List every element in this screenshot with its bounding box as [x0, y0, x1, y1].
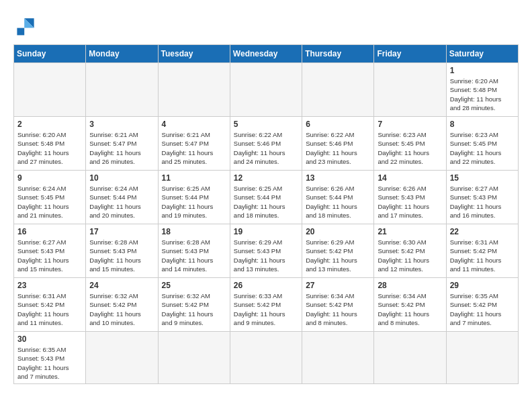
- day-info: Sunrise: 6:23 AM Sunset: 5:45 PM Dayligh…: [450, 130, 515, 166]
- day-number: 21: [378, 227, 442, 236]
- calendar-cell: 17Sunrise: 6:28 AM Sunset: 5:43 PM Dayli…: [86, 224, 158, 278]
- calendar-cell: 2Sunrise: 6:20 AM Sunset: 5:48 PM Daylig…: [14, 117, 86, 171]
- calendar-cell: 21Sunrise: 6:30 AM Sunset: 5:42 PM Dayli…: [374, 224, 446, 278]
- day-header-wednesday: Wednesday: [230, 45, 302, 63]
- week-row-5: 23Sunrise: 6:31 AM Sunset: 5:42 PM Dayli…: [14, 278, 519, 332]
- day-number: 26: [234, 281, 298, 290]
- day-info: Sunrise: 6:34 AM Sunset: 5:42 PM Dayligh…: [306, 291, 370, 327]
- calendar-cell: 23Sunrise: 6:31 AM Sunset: 5:42 PM Dayli…: [14, 278, 86, 332]
- day-number: 20: [306, 227, 370, 236]
- day-number: 28: [378, 281, 442, 290]
- calendar-cell: [302, 63, 374, 117]
- day-info: Sunrise: 6:27 AM Sunset: 5:43 PM Dayligh…: [450, 184, 515, 220]
- day-info: Sunrise: 6:27 AM Sunset: 5:43 PM Dayligh…: [17, 238, 82, 273]
- calendar-table: SundayMondayTuesdayWednesdayThursdayFrid…: [13, 44, 519, 384]
- day-info: Sunrise: 6:21 AM Sunset: 5:47 PM Dayligh…: [162, 130, 226, 166]
- day-info: Sunrise: 6:29 AM Sunset: 5:43 PM Dayligh…: [234, 238, 298, 273]
- day-info: Sunrise: 6:30 AM Sunset: 5:42 PM Dayligh…: [378, 238, 442, 273]
- day-number: 27: [306, 281, 370, 290]
- day-number: 8: [450, 120, 515, 129]
- day-number: 19: [234, 227, 298, 236]
- day-header-thursday: Thursday: [302, 45, 374, 63]
- day-number: 9: [17, 173, 82, 183]
- day-info: Sunrise: 6:24 AM Sunset: 5:44 PM Dayligh…: [89, 184, 154, 220]
- calendar-cell: 9Sunrise: 6:24 AM Sunset: 5:45 PM Daylig…: [14, 171, 86, 224]
- week-row-6: 30Sunrise: 6:35 AM Sunset: 5:43 PM Dayli…: [14, 332, 519, 384]
- calendar-cell: [374, 332, 446, 384]
- day-number: 12: [234, 173, 298, 183]
- day-number: 13: [306, 173, 370, 183]
- day-info: Sunrise: 6:28 AM Sunset: 5:43 PM Dayligh…: [89, 238, 154, 273]
- calendar-cell: [86, 332, 158, 384]
- day-info: Sunrise: 6:28 AM Sunset: 5:43 PM Dayligh…: [162, 238, 226, 273]
- svg-rect-2: [17, 28, 24, 36]
- day-info: Sunrise: 6:26 AM Sunset: 5:43 PM Dayligh…: [378, 184, 442, 220]
- calendar-cell: 30Sunrise: 6:35 AM Sunset: 5:43 PM Dayli…: [14, 332, 86, 384]
- day-number: 2: [17, 120, 82, 129]
- calendar-cell: 3Sunrise: 6:21 AM Sunset: 5:47 PM Daylig…: [86, 117, 158, 171]
- day-number: 7: [378, 120, 442, 129]
- calendar-cell: [374, 63, 446, 117]
- day-number: 17: [89, 227, 154, 236]
- day-number: 23: [17, 281, 82, 290]
- day-header-saturday: Saturday: [446, 45, 518, 63]
- day-info: Sunrise: 6:32 AM Sunset: 5:42 PM Dayligh…: [89, 291, 154, 327]
- calendar-cell: [302, 332, 374, 384]
- day-number: 5: [234, 120, 298, 129]
- day-info: Sunrise: 6:35 AM Sunset: 5:42 PM Dayligh…: [450, 291, 515, 327]
- day-number: 11: [162, 173, 226, 183]
- day-number: 29: [450, 281, 515, 290]
- calendar-cell: 28Sunrise: 6:34 AM Sunset: 5:42 PM Dayli…: [374, 278, 446, 332]
- calendar-cell: 7Sunrise: 6:23 AM Sunset: 5:45 PM Daylig…: [374, 117, 446, 171]
- calendar-cell: [158, 332, 230, 384]
- page-header: [13, 13, 519, 38]
- calendar-cell: 5Sunrise: 6:22 AM Sunset: 5:46 PM Daylig…: [230, 117, 302, 171]
- calendar-cell: 15Sunrise: 6:27 AM Sunset: 5:43 PM Dayli…: [446, 171, 518, 224]
- day-info: Sunrise: 6:31 AM Sunset: 5:42 PM Dayligh…: [17, 291, 82, 327]
- week-row-3: 9Sunrise: 6:24 AM Sunset: 5:45 PM Daylig…: [14, 171, 519, 224]
- calendar-cell: 13Sunrise: 6:26 AM Sunset: 5:44 PM Dayli…: [302, 171, 374, 224]
- day-info: Sunrise: 6:20 AM Sunset: 5:48 PM Dayligh…: [17, 130, 82, 166]
- day-header-tuesday: Tuesday: [158, 45, 230, 63]
- day-number: 18: [162, 227, 226, 236]
- header-row: SundayMondayTuesdayWednesdayThursdayFrid…: [14, 45, 519, 63]
- calendar-cell: 20Sunrise: 6:29 AM Sunset: 5:42 PM Dayli…: [302, 224, 374, 278]
- calendar-cell: [446, 332, 518, 384]
- day-info: Sunrise: 6:22 AM Sunset: 5:46 PM Dayligh…: [234, 130, 298, 166]
- day-number: 3: [89, 120, 154, 129]
- day-info: Sunrise: 6:29 AM Sunset: 5:42 PM Dayligh…: [306, 238, 370, 273]
- day-number: 15: [450, 173, 515, 183]
- calendar-cell: 29Sunrise: 6:35 AM Sunset: 5:42 PM Dayli…: [446, 278, 518, 332]
- calendar-cell: 8Sunrise: 6:23 AM Sunset: 5:45 PM Daylig…: [446, 117, 518, 171]
- calendar-cell: 19Sunrise: 6:29 AM Sunset: 5:43 PM Dayli…: [230, 224, 302, 278]
- day-number: 6: [306, 120, 370, 129]
- day-info: Sunrise: 6:25 AM Sunset: 5:44 PM Dayligh…: [234, 184, 298, 220]
- calendar-cell: 6Sunrise: 6:22 AM Sunset: 5:46 PM Daylig…: [302, 117, 374, 171]
- logo: [13, 13, 42, 38]
- calendar-cell: 26Sunrise: 6:33 AM Sunset: 5:42 PM Dayli…: [230, 278, 302, 332]
- day-number: 22: [450, 227, 515, 236]
- day-info: Sunrise: 6:20 AM Sunset: 5:48 PM Dayligh…: [450, 77, 515, 112]
- day-info: Sunrise: 6:32 AM Sunset: 5:42 PM Dayligh…: [162, 291, 226, 327]
- calendar-cell: [230, 332, 302, 384]
- day-number: 25: [162, 281, 226, 290]
- calendar-cell: 25Sunrise: 6:32 AM Sunset: 5:42 PM Dayli…: [158, 278, 230, 332]
- day-number: 14: [378, 173, 442, 183]
- calendar-cell: [158, 63, 230, 117]
- calendar-cell: 18Sunrise: 6:28 AM Sunset: 5:43 PM Dayli…: [158, 224, 230, 278]
- calendar-cell: 11Sunrise: 6:25 AM Sunset: 5:44 PM Dayli…: [158, 171, 230, 224]
- day-info: Sunrise: 6:34 AM Sunset: 5:42 PM Dayligh…: [378, 291, 442, 327]
- week-row-1: 1Sunrise: 6:20 AM Sunset: 5:48 PM Daylig…: [14, 63, 519, 117]
- calendar-cell: 14Sunrise: 6:26 AM Sunset: 5:43 PM Dayli…: [374, 171, 446, 224]
- day-info: Sunrise: 6:23 AM Sunset: 5:45 PM Dayligh…: [378, 130, 442, 166]
- calendar-cell: 1Sunrise: 6:20 AM Sunset: 5:48 PM Daylig…: [446, 63, 518, 117]
- day-info: Sunrise: 6:25 AM Sunset: 5:44 PM Dayligh…: [162, 184, 226, 220]
- calendar-cell: 22Sunrise: 6:31 AM Sunset: 5:42 PM Dayli…: [446, 224, 518, 278]
- day-header-friday: Friday: [374, 45, 446, 63]
- week-row-4: 16Sunrise: 6:27 AM Sunset: 5:43 PM Dayli…: [14, 224, 519, 278]
- day-number: 16: [17, 227, 82, 236]
- day-number: 24: [89, 281, 154, 290]
- day-info: Sunrise: 6:24 AM Sunset: 5:45 PM Dayligh…: [17, 184, 82, 220]
- calendar-cell: 16Sunrise: 6:27 AM Sunset: 5:43 PM Dayli…: [14, 224, 86, 278]
- day-number: 30: [17, 334, 82, 344]
